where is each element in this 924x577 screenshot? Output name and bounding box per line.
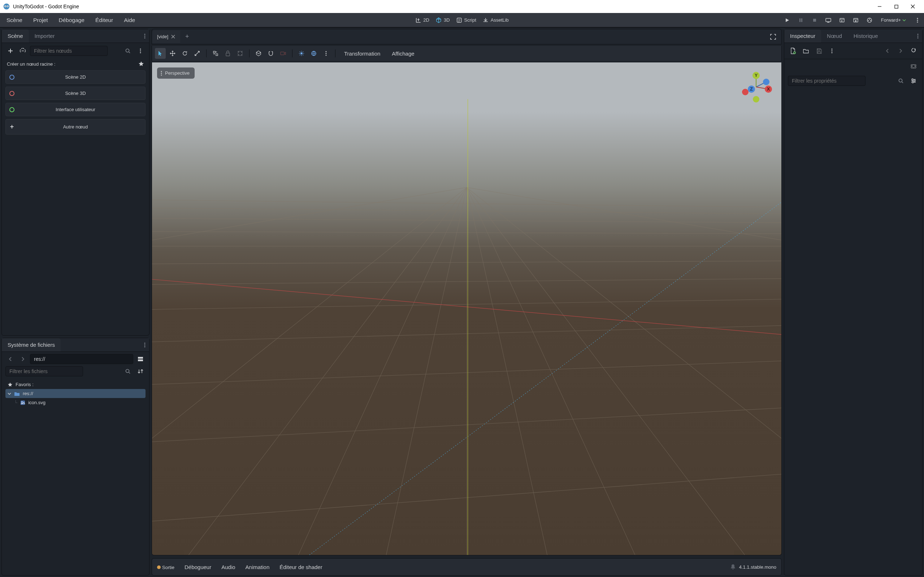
history-next-button[interactable] xyxy=(895,46,906,56)
scene-panel-options-icon[interactable] xyxy=(141,31,149,41)
scene-tab-empty[interactable]: [vide] xyxy=(152,30,180,43)
workspace-assetlib-tab[interactable]: AssetLib xyxy=(483,17,509,23)
new-scene-tab-button[interactable]: + xyxy=(180,29,194,44)
create-3d-scene-button[interactable]: Scène 3D xyxy=(5,87,145,100)
menu-scene[interactable]: Scène xyxy=(2,15,27,26)
import-dock-tab[interactable]: Importer xyxy=(29,29,61,43)
window-close-button[interactable] xyxy=(905,0,921,13)
create-2d-scene-button[interactable]: Scène 2D xyxy=(5,70,145,84)
play-custom-scene-button[interactable] xyxy=(851,15,861,25)
history-dock-tab[interactable]: Historique xyxy=(848,29,884,43)
svg-point-32 xyxy=(140,52,141,53)
instance-scene-button[interactable] xyxy=(18,46,28,56)
add-node-button[interactable] xyxy=(5,46,16,56)
shader-editor-tab[interactable]: Éditeur de shader xyxy=(279,564,322,570)
renderer-selector[interactable]: Forward+ xyxy=(878,17,909,23)
open-docs-button[interactable] xyxy=(908,46,919,56)
filesystem-panel: Système de fichiers res:// Favoris : res… xyxy=(2,338,150,575)
fs-path-input[interactable]: res:// xyxy=(30,354,133,364)
scale-mode-button[interactable] xyxy=(192,48,203,59)
notification-bell-icon[interactable] xyxy=(730,564,735,570)
history-prev-button[interactable] xyxy=(882,46,893,56)
play-project-button[interactable] xyxy=(782,15,792,25)
close-icon[interactable] xyxy=(171,35,175,39)
svg-point-51 xyxy=(300,52,302,55)
menubar-more-icon[interactable] xyxy=(913,15,922,25)
sun-env-settings-button[interactable] xyxy=(321,48,331,59)
scene-dock-tab[interactable]: Scène xyxy=(2,29,29,43)
window-maximize-button[interactable] xyxy=(888,0,905,13)
lock-button[interactable] xyxy=(223,48,233,59)
3d-viewport[interactable]: Perspective X Y Z xyxy=(152,63,782,555)
filesystem-dock-tab[interactable]: Système de fichiers xyxy=(2,338,61,351)
environment-preview-button[interactable] xyxy=(309,48,319,59)
play-scene-button[interactable] xyxy=(837,15,847,25)
scene-filter-input[interactable] xyxy=(30,46,108,56)
snap-button[interactable] xyxy=(265,48,276,59)
run-remote-button[interactable] xyxy=(823,15,834,25)
display-menu[interactable]: Affichage xyxy=(387,48,419,59)
inspector-settings-button[interactable] xyxy=(908,76,919,86)
scene-panel: Scène Importer Créer un nœud racine : Sc… xyxy=(2,29,150,335)
menu-project[interactable]: Projet xyxy=(28,15,53,26)
workspace-3d-tab[interactable]: 3D xyxy=(436,17,450,23)
svg-text:X: X xyxy=(767,86,770,92)
fs-forward-button[interactable] xyxy=(18,354,28,364)
audio-tab[interactable]: Audio xyxy=(221,564,235,570)
menu-help[interactable]: Aide xyxy=(119,15,140,26)
rotate-mode-button[interactable] xyxy=(179,48,190,59)
stop-button[interactable] xyxy=(809,15,820,25)
workspace-script-tab[interactable]: Script xyxy=(456,17,476,23)
resource-extra-button[interactable] xyxy=(827,46,837,56)
move-mode-button[interactable] xyxy=(167,48,178,59)
window-minimize-button[interactable] xyxy=(871,0,888,13)
local-space-button[interactable] xyxy=(253,48,264,59)
create-other-node-button[interactable]: +Autre nœud xyxy=(5,119,145,135)
new-resource-button[interactable] xyxy=(788,46,798,56)
snap-options-button[interactable] xyxy=(210,48,221,59)
orientation-gizmo[interactable]: X Y Z xyxy=(738,69,774,105)
create-ui-button[interactable]: Interface utilisateur xyxy=(5,103,145,116)
fs-back-button[interactable] xyxy=(5,354,16,364)
svg-line-68 xyxy=(152,187,467,555)
window-title: UnityToGodot - Godot Engine xyxy=(13,3,871,10)
svg-point-46 xyxy=(238,52,239,53)
debugger-tab[interactable]: Débogueur xyxy=(184,564,211,570)
menu-editor[interactable]: Éditeur xyxy=(90,15,118,26)
output-tab[interactable]: Sortie xyxy=(157,564,174,570)
image-file-icon xyxy=(20,400,25,405)
fs-filter-input[interactable] xyxy=(5,366,83,376)
svg-point-106 xyxy=(899,79,902,82)
fs-view-mode-button[interactable] xyxy=(136,354,145,364)
manage-object-button[interactable]: DOC xyxy=(908,61,919,71)
load-resource-button[interactable] xyxy=(801,46,811,56)
fs-file-item[interactable]: └icon.svg xyxy=(5,398,145,407)
svg-line-73 xyxy=(467,187,548,555)
svg-point-101 xyxy=(832,49,833,50)
pause-button[interactable] xyxy=(796,15,806,25)
sun-preview-button[interactable] xyxy=(296,48,307,59)
svg-rect-37 xyxy=(138,359,143,361)
distraction-free-button[interactable] xyxy=(765,31,781,43)
inspector-dock-tab[interactable]: Inspecteur xyxy=(784,29,821,43)
workspace-2d-tab[interactable]: 2D xyxy=(415,17,429,23)
transform-menu[interactable]: Transformation xyxy=(339,48,385,59)
svg-point-35 xyxy=(144,346,145,347)
scene-tree-options-icon[interactable] xyxy=(136,46,145,56)
filesystem-panel-options-icon[interactable] xyxy=(141,340,149,350)
node-dock-tab[interactable]: Nœud xyxy=(821,29,848,43)
movie-maker-button[interactable] xyxy=(864,15,874,25)
camera-override-button[interactable] xyxy=(278,48,289,59)
animation-tab[interactable]: Animation xyxy=(246,564,270,570)
inspector-filter-input[interactable] xyxy=(788,76,866,86)
select-mode-button[interactable] xyxy=(155,48,166,59)
perspective-menu[interactable]: Perspective xyxy=(157,68,195,79)
save-resource-button[interactable] xyxy=(814,46,824,56)
inspector-panel-options-icon[interactable] xyxy=(914,31,922,41)
favorite-star-icon[interactable] xyxy=(138,61,144,67)
fs-root-folder[interactable]: res:// xyxy=(5,389,145,398)
fs-favorites-header[interactable]: Favoris : xyxy=(5,380,145,389)
fs-sort-button[interactable] xyxy=(136,366,145,376)
group-button[interactable] xyxy=(235,48,246,59)
menu-debug[interactable]: Débogage xyxy=(53,15,90,26)
